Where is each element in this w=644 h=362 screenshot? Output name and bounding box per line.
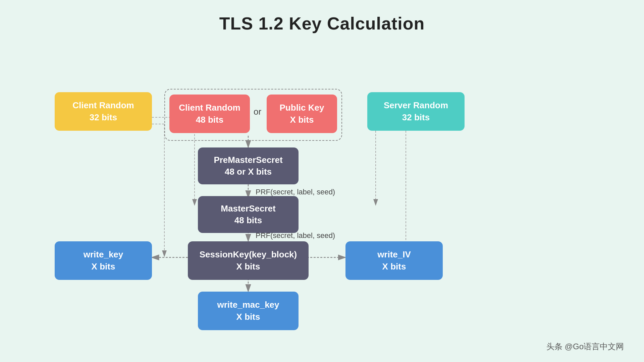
- client-random-box: Client Random 32 bits: [55, 92, 152, 131]
- page-title: TLS 1.2 Key Calculation: [0, 0, 644, 34]
- or-label: or: [254, 107, 261, 117]
- prf2-label: PRF(secret, label, seed): [256, 231, 335, 240]
- write-mac-key-box: write_mac_key X bits: [198, 292, 299, 330]
- write-iv-box: write_IV X bits: [345, 241, 443, 280]
- watermark: 头条 @Go语言中文网: [546, 341, 624, 352]
- client-random-48-box: Client Random 48 bits: [169, 95, 250, 133]
- session-key-box: SessionKey(key_block) X bits: [188, 241, 309, 280]
- arrows-svg: [0, 40, 644, 362]
- diagram-container: Client Random 32 bits Client Random 48 b…: [0, 40, 644, 362]
- write-key-box: write_key X bits: [55, 241, 152, 280]
- server-random-box: Server Random 32 bits: [367, 92, 465, 131]
- prf1-label: PRF(secret, label, seed): [256, 188, 335, 196]
- public-key-box: Public Key X bits: [267, 95, 337, 133]
- master-secret-box: MasterSecret 48 bits: [198, 196, 299, 233]
- pre-master-secret-box: PreMasterSecret 48 or X bits: [198, 147, 299, 184]
